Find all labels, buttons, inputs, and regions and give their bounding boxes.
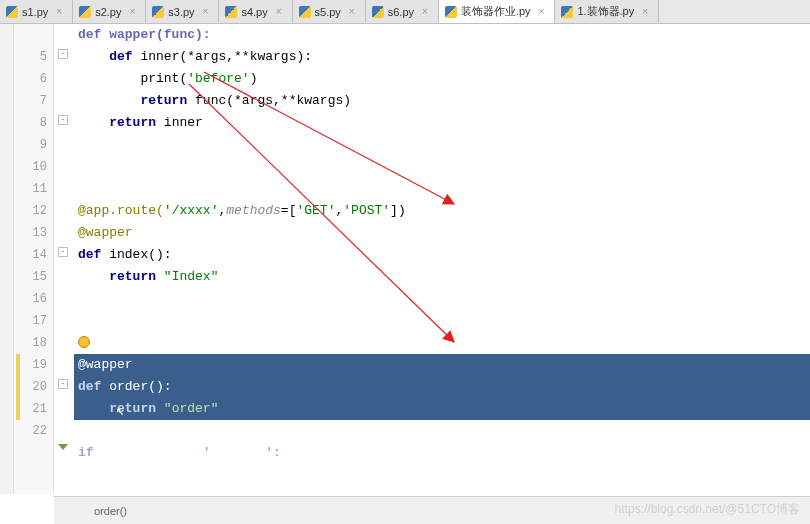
tab-decorator-hw[interactable]: 装饰器作业.py×: [439, 0, 556, 23]
tab-decorator-1[interactable]: 1.装饰器.py×: [555, 0, 659, 23]
line-number: 13: [14, 222, 47, 244]
line-number: 10: [14, 156, 47, 178]
breadcrumb-text: order(): [94, 505, 127, 517]
python-icon: [299, 6, 311, 18]
selection-block: @wapper def order(): return "order" ↖: [74, 354, 810, 420]
code-line: return "Index": [74, 266, 810, 288]
line-number: 12: [14, 200, 47, 222]
python-icon: [225, 6, 237, 18]
fold-icon[interactable]: -: [58, 49, 68, 59]
editor[interactable]: 4 5 6 7 8 9 10 11 12 13 14 15 16 17 18 1…: [0, 24, 810, 494]
code-line: [74, 310, 810, 332]
close-icon[interactable]: ×: [539, 6, 545, 17]
code-line: [74, 178, 810, 200]
line-number: 14: [14, 244, 47, 266]
line-number: 7: [14, 90, 47, 112]
tab-s4[interactable]: s4.py×: [219, 0, 292, 23]
code-line: print('before'): [74, 68, 810, 90]
tab-s3[interactable]: s3.py×: [146, 0, 219, 23]
close-icon[interactable]: ×: [56, 6, 62, 17]
line-number: 9: [14, 134, 47, 156]
tab-s2[interactable]: s2.py×: [73, 0, 146, 23]
fold-icon[interactable]: -: [58, 379, 68, 389]
line-number: 6: [14, 68, 47, 90]
code-line: [74, 134, 810, 156]
python-icon: [79, 6, 91, 18]
line-number: 8: [14, 112, 47, 134]
change-marker: [16, 354, 20, 420]
python-icon: [372, 6, 384, 18]
code-area[interactable]: def wapper(func): def inner(*args,**kwar…: [74, 24, 810, 494]
line-number: 15: [14, 266, 47, 288]
tab-s6[interactable]: s6.py×: [366, 0, 439, 23]
code-line: def order():: [74, 376, 810, 398]
line-number: 17: [14, 310, 47, 332]
python-icon: [561, 6, 573, 18]
code-line: def inner(*args,**kwargs):: [74, 46, 810, 68]
line-number-gutter: 4 5 6 7 8 9 10 11 12 13 14 15 16 17 18 1…: [14, 24, 54, 494]
run-gutter-icon[interactable]: [58, 444, 68, 450]
line-number: 22: [14, 420, 47, 442]
python-icon: [6, 6, 18, 18]
python-icon: [445, 6, 457, 18]
watermark: https://blog.csdn.net/@51CTO博客: [615, 501, 800, 518]
close-icon[interactable]: ×: [203, 6, 209, 17]
code-line: [74, 156, 810, 178]
code-line: return inner: [74, 112, 810, 134]
close-icon[interactable]: ×: [422, 6, 428, 17]
code-line: if ' ':: [74, 442, 281, 464]
close-icon[interactable]: ×: [349, 6, 355, 17]
tab-s5[interactable]: s5.py×: [293, 0, 366, 23]
line-number: 5: [14, 46, 47, 68]
close-icon[interactable]: ×: [276, 6, 282, 17]
close-icon[interactable]: ×: [642, 6, 648, 17]
tab-s1[interactable]: s1.py×: [0, 0, 73, 23]
code-line: @ p.route('/xxxx',methods=['GET','POST']…: [74, 332, 810, 354]
cursor-icon: ↖: [116, 400, 130, 418]
line-number: 11: [14, 178, 47, 200]
fold-icon[interactable]: -: [58, 115, 68, 125]
code-line: @app.route('/xxxx',methods=['GET','POST'…: [74, 200, 810, 222]
python-icon: [152, 6, 164, 18]
code-line: def index():: [74, 244, 810, 266]
left-margin: [0, 24, 14, 494]
code-line: [74, 420, 78, 442]
line-number: 18: [14, 332, 47, 354]
code-line: def wapper(func):: [74, 24, 810, 46]
code-line: [74, 288, 810, 310]
fold-gutter: - - - -: [54, 24, 74, 494]
intention-bulb-icon[interactable]: [78, 336, 90, 348]
code-line: @wapper: [74, 222, 810, 244]
code-line: return "order" ↖: [74, 398, 810, 420]
code-line: return func(*args,**kwargs): [74, 90, 810, 112]
close-icon[interactable]: ×: [129, 6, 135, 17]
tab-bar: s1.py× s2.py× s3.py× s4.py× s5.py× s6.py…: [0, 0, 810, 24]
code-line: @wapper: [74, 354, 810, 376]
fold-icon[interactable]: -: [58, 247, 68, 257]
line-number: 16: [14, 288, 47, 310]
